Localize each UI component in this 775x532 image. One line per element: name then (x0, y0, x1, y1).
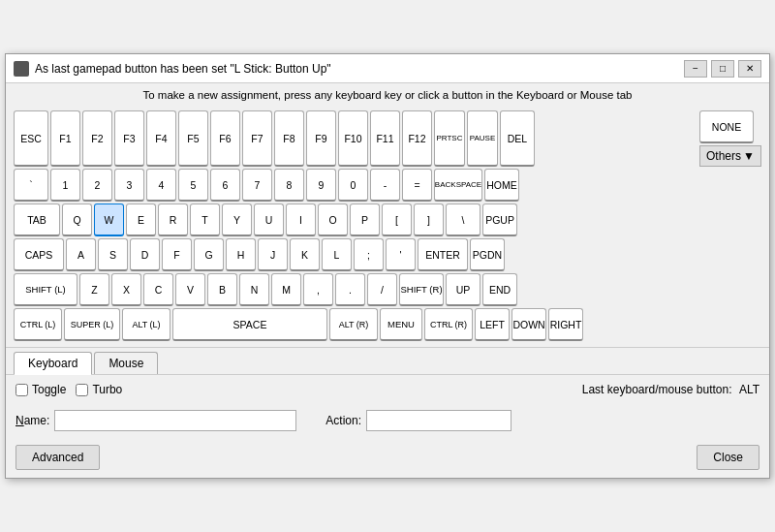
key-7[interactable]: 7 (242, 169, 272, 202)
key-prtsc[interactable]: PRTSC (434, 110, 465, 167)
advanced-button[interactable]: Advanced (16, 445, 100, 470)
key-alt-right[interactable]: ALT (R) (329, 308, 378, 341)
key-f4[interactable]: F4 (146, 110, 176, 167)
key-pgup[interactable]: PGUP (482, 203, 517, 236)
tab-keyboard[interactable]: Keyboard (14, 352, 92, 375)
key-5[interactable]: 5 (178, 169, 208, 202)
toggle-label[interactable]: Toggle (16, 383, 66, 396)
key-0[interactable]: 0 (338, 169, 368, 202)
key-right[interactable]: RIGHT (548, 308, 583, 341)
key-x[interactable]: X (111, 273, 141, 306)
key-ctrl-left[interactable]: CTRL (L) (14, 308, 62, 341)
key-6[interactable]: 6 (210, 169, 240, 202)
key-lbracket[interactable]: [ (382, 203, 412, 236)
key-slash[interactable]: / (367, 273, 397, 306)
key-i[interactable]: I (286, 203, 316, 236)
close-window-button[interactable]: ✕ (738, 60, 761, 78)
others-button[interactable]: Others ▼ (699, 145, 761, 167)
key-d[interactable]: D (130, 238, 160, 271)
key-v[interactable]: V (175, 273, 205, 306)
key-l[interactable]: L (322, 238, 352, 271)
maximize-button[interactable]: □ (711, 60, 734, 78)
key-t[interactable]: T (190, 203, 220, 236)
key-minus[interactable]: - (370, 169, 400, 202)
key-2[interactable]: 2 (82, 169, 112, 202)
key-g[interactable]: G (194, 238, 224, 271)
key-s[interactable]: S (98, 238, 128, 271)
key-pgdn[interactable]: PGDN (470, 238, 505, 271)
key-f11[interactable]: F11 (370, 110, 400, 167)
key-equal[interactable]: = (402, 169, 432, 202)
key-h[interactable]: H (226, 238, 256, 271)
key-f5[interactable]: F5 (178, 110, 208, 167)
key-e[interactable]: E (126, 203, 156, 236)
key-super-left[interactable]: SUPER (L) (64, 308, 120, 341)
key-9[interactable]: 9 (306, 169, 336, 202)
key-y[interactable]: Y (222, 203, 252, 236)
key-f[interactable]: F (162, 238, 192, 271)
name-input[interactable] (54, 410, 296, 431)
key-c[interactable]: C (143, 273, 173, 306)
key-k[interactable]: K (290, 238, 320, 271)
close-button[interactable]: Close (697, 445, 760, 470)
key-enter[interactable]: ENTER (418, 238, 468, 271)
key-esc[interactable]: ESC (14, 110, 48, 167)
key-backslash[interactable]: \ (446, 203, 480, 236)
key-pause[interactable]: PAUSE (467, 110, 498, 167)
key-p[interactable]: P (350, 203, 380, 236)
key-period[interactable]: . (335, 273, 365, 306)
key-q[interactable]: Q (62, 203, 92, 236)
key-space[interactable]: SPACE (172, 308, 327, 341)
key-del[interactable]: DEL (500, 110, 535, 167)
key-f6[interactable]: F6 (210, 110, 240, 167)
key-o[interactable]: O (318, 203, 348, 236)
toggle-checkbox[interactable] (16, 384, 28, 396)
key-shift-left[interactable]: SHIFT (L) (14, 273, 78, 306)
key-a[interactable]: A (66, 238, 96, 271)
minimize-button[interactable]: − (684, 60, 707, 78)
key-3[interactable]: 3 (114, 169, 144, 202)
key-shift-right[interactable]: SHIFT (R) (399, 273, 444, 306)
key-n[interactable]: N (239, 273, 269, 306)
key-j[interactable]: J (258, 238, 288, 271)
key-f2[interactable]: F2 (82, 110, 112, 167)
key-u[interactable]: U (254, 203, 284, 236)
key-f10[interactable]: F10 (338, 110, 368, 167)
key-caps[interactable]: CAPS (14, 238, 64, 271)
key-left[interactable]: LEFT (475, 308, 510, 341)
key-backspace[interactable]: BACKSPACE (434, 169, 482, 202)
key-f1[interactable]: F1 (50, 110, 80, 167)
key-rbracket[interactable]: ] (414, 203, 444, 236)
key-f3[interactable]: F3 (114, 110, 144, 167)
key-8[interactable]: 8 (274, 169, 304, 202)
key-1[interactable]: 1 (50, 169, 80, 202)
key-comma[interactable]: , (303, 273, 333, 306)
key-semicolon[interactable]: ; (354, 238, 384, 271)
key-ctrl-right[interactable]: CTRL (R) (424, 308, 473, 341)
key-z[interactable]: Z (79, 273, 109, 306)
key-home[interactable]: HOME (484, 169, 519, 202)
key-tilde[interactable]: ` (14, 169, 48, 202)
turbo-label[interactable]: Turbo (76, 383, 122, 396)
key-f12[interactable]: F12 (402, 110, 432, 167)
action-input[interactable] (366, 410, 512, 431)
key-alt-left[interactable]: ALT (L) (122, 308, 170, 341)
key-4[interactable]: 4 (146, 169, 176, 202)
key-down[interactable]: DOWN (512, 308, 546, 341)
key-m[interactable]: M (271, 273, 301, 306)
keyboard-row-1: ESC F1 F2 F3 F4 F5 F6 F7 F8 F9 F10 F11 F… (14, 110, 696, 167)
key-up[interactable]: UP (446, 273, 480, 306)
key-f9[interactable]: F9 (306, 110, 336, 167)
key-b[interactable]: B (207, 273, 237, 306)
turbo-checkbox[interactable] (76, 384, 88, 396)
key-r[interactable]: R (158, 203, 188, 236)
none-button[interactable]: NONE (699, 110, 754, 143)
key-tab[interactable]: TAB (14, 203, 60, 236)
key-f7[interactable]: F7 (242, 110, 272, 167)
tab-mouse[interactable]: Mouse (94, 352, 158, 374)
key-f8[interactable]: F8 (274, 110, 304, 167)
key-end[interactable]: END (482, 273, 517, 306)
key-quote[interactable]: ' (386, 238, 416, 271)
key-menu[interactable]: MENU (380, 308, 422, 341)
key-w[interactable]: W (94, 203, 124, 236)
